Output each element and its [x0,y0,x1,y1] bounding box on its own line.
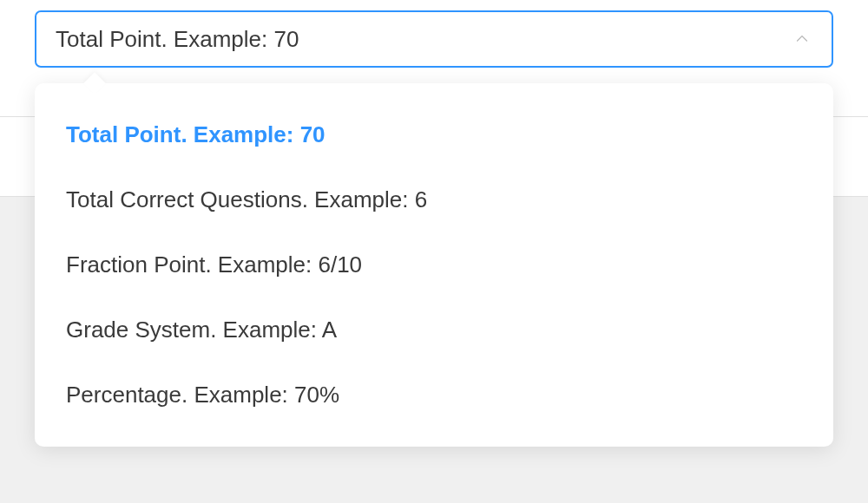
dropdown-option-grade-system[interactable]: Grade System. Example: A [35,297,833,363]
score-type-dropdown: Total Point. Example: 70 Total Correct Q… [35,83,833,447]
dropdown-option-total-point[interactable]: Total Point. Example: 70 [35,102,833,167]
chevron-up-icon [792,29,812,49]
select-current-value: Total Point. Example: 70 [56,26,299,53]
dropdown-option-fraction-point[interactable]: Fraction Point. Example: 6/10 [35,232,833,297]
score-type-select[interactable]: Total Point. Example: 70 [35,10,833,68]
dropdown-option-percentage[interactable]: Percentage. Example: 70% [35,363,833,428]
dropdown-option-total-correct[interactable]: Total Correct Questions. Example: 6 [35,167,833,232]
